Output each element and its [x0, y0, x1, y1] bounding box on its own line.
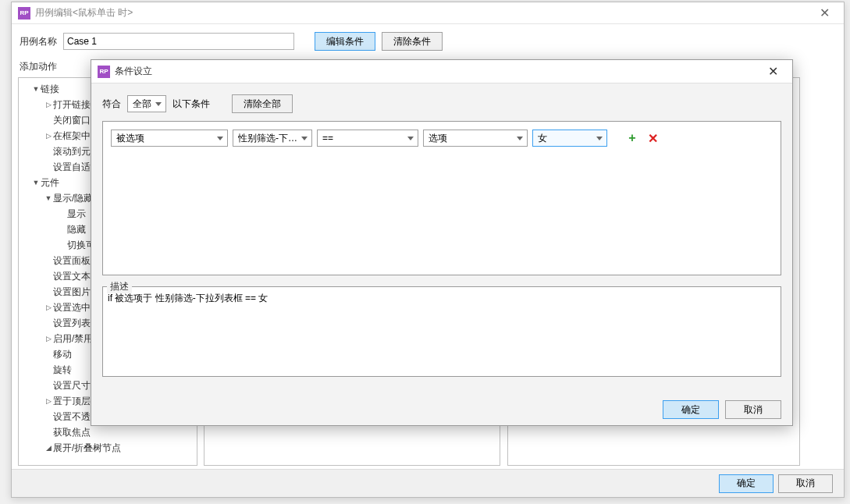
main-titlebar[interactable]: RP 用例编辑<鼠标单击 时> ✕	[12, 2, 844, 24]
cond-value-select[interactable]: 女	[532, 130, 607, 147]
description-label: 描述	[107, 280, 132, 293]
window-title: 用例编辑<鼠标单击 时>	[35, 6, 811, 20]
match-row: 符合 全部 以下条件 清除全部	[91, 83, 792, 121]
tree-item-label: 设置选中	[53, 301, 91, 314]
tree-item-label: 设置图片	[53, 286, 91, 299]
tree-item-label: 获取焦点	[53, 426, 91, 439]
match-select[interactable]: 全部	[127, 95, 166, 112]
tree-item-label: 打开链接	[53, 98, 91, 112]
tree-item-label: 链接	[41, 83, 59, 96]
cond-titlebar[interactable]: RP 条件设立 ✕	[91, 60, 792, 83]
case-name-input[interactable]	[63, 33, 294, 50]
case-name-row: 用例名称 编辑条件 清除条件	[12, 24, 844, 55]
clear-condition-button[interactable]: 清除条件	[382, 32, 443, 51]
close-icon[interactable]: ✕	[759, 60, 786, 83]
tree-arrow-icon: ▷	[44, 397, 53, 405]
cond-valuetype-select[interactable]: 选项	[423, 130, 528, 147]
main-footer: 确定 取消	[12, 469, 844, 497]
tree-item-label: 启用/禁用	[53, 332, 93, 346]
cancel-button[interactable]: 取消	[725, 400, 781, 419]
tree-item-label: 设置文本	[53, 270, 91, 283]
condition-row: 被选项 性别筛选-下拉列表 == 选项 女 + ✕	[111, 130, 773, 147]
tree-item-label: 展开/折叠树节点	[53, 442, 121, 455]
tree-arrow-icon: ▷	[44, 101, 53, 108]
tree-item-label: 元件	[41, 176, 59, 190]
tree-item-label: 显示	[67, 208, 86, 221]
ok-button[interactable]: 确定	[719, 474, 774, 493]
cond-operator-select[interactable]: ==	[317, 130, 418, 147]
cond-target-select[interactable]: 性别筛选-下拉列表	[233, 130, 312, 147]
tree-arrow-icon: ◢	[44, 444, 53, 452]
conditions-box: 被选项 性别筛选-下拉列表 == 选项 女 + ✕	[102, 121, 781, 275]
add-condition-icon[interactable]: +	[624, 130, 640, 146]
description-group: 描述	[102, 286, 781, 379]
description-textarea[interactable]	[102, 286, 781, 377]
cond-footer: 确定 取消	[91, 394, 792, 425]
tree-arrow-icon: ▼	[31, 85, 41, 93]
delete-condition-icon[interactable]: ✕	[645, 130, 660, 146]
case-name-label: 用例名称	[20, 35, 57, 48]
tree-arrow-icon: ▼	[44, 194, 53, 202]
match-label: 符合	[102, 98, 121, 111]
tree-item[interactable]: 获取焦点	[19, 424, 197, 440]
clear-all-button[interactable]: 清除全部	[232, 94, 293, 113]
tree-item[interactable]: ◢展开/折叠树节点	[19, 440, 197, 456]
cond-title: 条件设立	[115, 65, 759, 78]
close-icon[interactable]: ✕	[811, 2, 838, 24]
tree-item-label: 旋转	[53, 364, 72, 377]
cond-field-select[interactable]: 被选项	[111, 130, 228, 147]
app-icon: RP	[98, 66, 110, 78]
tree-arrow-icon: ▷	[44, 335, 53, 343]
cancel-button[interactable]: 取消	[778, 474, 833, 493]
condition-dialog: RP 条件设立 ✕ 符合 全部 以下条件 清除全部 被选项 性别筛选-下拉列表 …	[91, 59, 793, 426]
tree-arrow-icon: ▷	[44, 303, 53, 311]
tree-item-label: 设置尺寸	[53, 379, 91, 392]
ok-button[interactable]: 确定	[663, 400, 719, 419]
tree-item-label: 移动	[53, 348, 72, 361]
tree-arrow-icon: ▷	[44, 132, 53, 140]
match-suffix: 以下条件	[172, 98, 210, 111]
edit-condition-button[interactable]: 编辑条件	[315, 32, 375, 51]
tree-item-label: 显示/隐藏	[53, 192, 93, 205]
app-icon: RP	[18, 7, 30, 20]
tree-arrow-icon: ▼	[31, 179, 41, 186]
tree-item-label: 关闭窗口	[53, 114, 91, 127]
tree-item-label: 隐藏	[67, 223, 86, 236]
